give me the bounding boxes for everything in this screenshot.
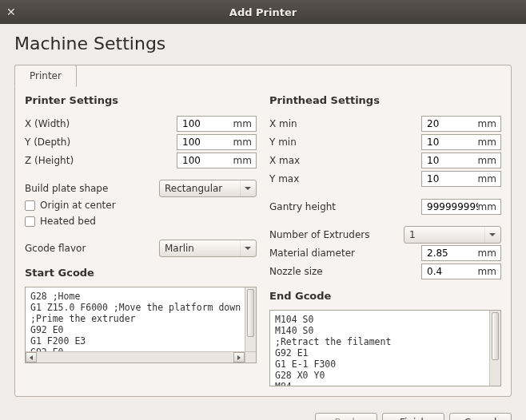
gantry-height-label: Gantry height <box>269 201 416 212</box>
nozzle-size-label: Nozzle size <box>269 266 416 277</box>
window-title: Add Printer <box>0 6 526 18</box>
xmin-label: X min <box>269 118 416 129</box>
gcode-flavor-select[interactable]: Marlin <box>159 240 257 257</box>
scroll-thumb[interactable] <box>492 312 499 360</box>
build-plate-shape-select[interactable]: Rectangular <box>159 180 257 197</box>
scroll-right-icon[interactable] <box>233 352 245 363</box>
x-width-label: X (Width) <box>25 118 172 129</box>
build-plate-shape-label: Build plate shape <box>25 183 154 194</box>
titlebar: ✕ Add Printer <box>0 0 526 24</box>
printhead-settings-title: Printhead Settings <box>269 94 501 106</box>
scroll-corner <box>245 351 256 363</box>
end-gcode-area[interactable]: M104 S0 M140 S0 ;Retract the filament G9… <box>269 310 501 386</box>
ymin-unit: mm <box>478 134 496 150</box>
y-depth-label: Y (Depth) <box>25 137 172 148</box>
num-extruders-select[interactable]: 1 <box>404 226 501 244</box>
gantry-height-unit: mm <box>478 199 496 215</box>
ymax-unit: mm <box>478 171 496 187</box>
num-extruders-label: Number of Extruders <box>269 229 399 240</box>
gcode-flavor-value: Marlin <box>165 243 194 254</box>
start-gcode-text[interactable]: G28 ;Home G1 Z15.0 F6000 ;Move the platf… <box>26 287 256 361</box>
scroll-left-icon[interactable] <box>26 352 37 363</box>
ymin-label: Y min <box>269 137 416 148</box>
chevron-down-icon <box>240 180 254 196</box>
tab-container: Printer Printer Settings X (Width) mm Y … <box>14 65 512 397</box>
start-gcode-area[interactable]: G28 ;Home G1 Z15.0 F6000 ;Move the platf… <box>25 287 257 363</box>
xmax-label: X max <box>269 155 416 166</box>
origin-at-center-checkbox[interactable] <box>25 200 35 211</box>
tab-printer[interactable]: Printer <box>14 65 77 87</box>
origin-at-center-label: Origin at center <box>40 200 116 211</box>
page-title: Machine Settings <box>14 34 512 53</box>
close-button[interactable]: ✕ <box>6 0 16 24</box>
material-diameter-label: Material diameter <box>269 248 416 259</box>
z-height-unit: mm <box>233 153 252 168</box>
ymax-label: Y max <box>269 173 416 184</box>
xmax-unit: mm <box>478 153 496 168</box>
build-plate-shape-value: Rectangular <box>165 183 222 194</box>
scrollbar-horizontal[interactable] <box>26 351 245 363</box>
printer-settings-column: Printer Settings X (Width) mm Y (Depth) … <box>25 94 257 386</box>
scrollbar-vertical[interactable] <box>245 287 256 351</box>
end-gcode-title: End Gcode <box>269 290 501 302</box>
gcode-flavor-label: Gcode flavor <box>25 243 154 254</box>
scroll-thumb[interactable] <box>247 289 254 337</box>
back-button[interactable]: Back <box>315 413 377 420</box>
scrollbar-vertical[interactable] <box>489 311 500 386</box>
chevron-down-icon <box>484 227 499 243</box>
printer-settings-title: Printer Settings <box>25 94 257 106</box>
end-gcode-text[interactable]: M104 S0 M140 S0 ;Retract the filament G9… <box>270 311 500 386</box>
heated-bed-label: Heated bed <box>40 216 96 227</box>
num-extruders-value: 1 <box>409 229 416 240</box>
z-height-label: Z (Height) <box>25 155 172 166</box>
dialog-buttons: Back Finish Cancel <box>0 405 526 420</box>
xmin-unit: mm <box>478 116 496 132</box>
tab-label: Printer <box>30 70 62 81</box>
material-diameter-unit: mm <box>478 245 496 261</box>
heated-bed-checkbox[interactable] <box>25 216 35 227</box>
finish-button[interactable]: Finish <box>382 413 444 420</box>
y-depth-unit: mm <box>233 134 252 150</box>
chevron-down-icon <box>240 240 254 256</box>
start-gcode-title: Start Gcode <box>25 267 257 279</box>
printhead-settings-column: Printhead Settings X min mm Y min mm <box>269 94 501 386</box>
nozzle-size-unit: mm <box>478 263 496 279</box>
cancel-button[interactable]: Cancel <box>449 413 512 420</box>
x-width-unit: mm <box>233 116 252 132</box>
